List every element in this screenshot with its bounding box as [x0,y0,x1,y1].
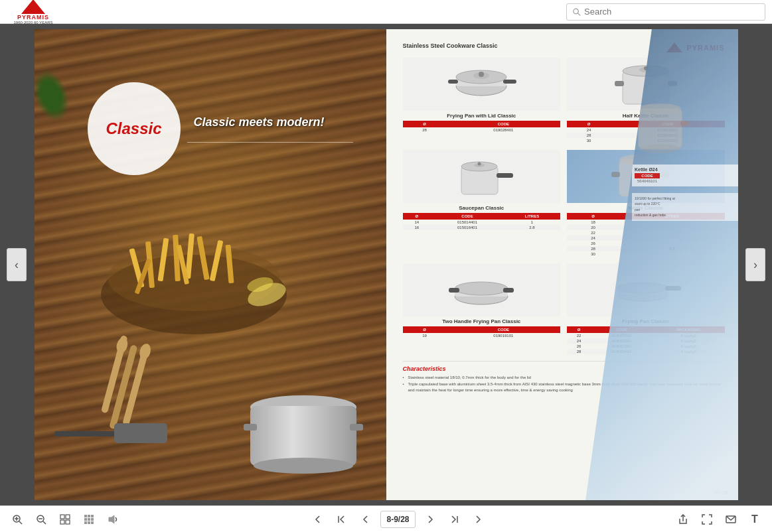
svg-rect-82 [88,521,90,524]
product-frying-pan-lid: Frying Pan with Lid Classic ØCODE 280190… [403,58,561,143]
svg-rect-71 [60,515,64,519]
mail-button[interactable] [722,510,740,529]
pot [240,387,366,480]
page-forward-button[interactable] [421,510,439,529]
page-indicator: 8-9/28 [380,511,415,528]
pages-container: Classic Classic meets modern! [35,24,738,505]
svg-rect-59 [639,109,682,149]
product-saucepan: Saucepan Classic ØCODELITRES 14015014401… [403,150,561,257]
svg-rect-45 [497,173,513,178]
decorative-line [187,142,353,143]
svg-line-65 [19,521,22,524]
fullscreen-button[interactable] [698,510,716,529]
search-icon [572,7,581,17]
main-content: ‹ Classic Classic meets modern! [0,24,772,505]
svg-rect-80 [91,518,94,521]
search-input[interactable] [584,7,759,17]
svg-rect-75 [84,515,87,517]
svg-rect-83 [91,521,94,524]
fries-image [81,162,307,348]
page-left: Classic Classic meets modern! [35,29,386,500]
svg-rect-22 [114,423,167,443]
text-button[interactable]: T [745,510,764,529]
search-area[interactable] [566,3,765,21]
classic-tagline: Classic meets modern! [194,115,325,129]
frying-pan-lid-table: ØCODE 28019028401 [403,121,561,133]
svg-point-0 [574,9,578,13]
thumbnails-button[interactable] [80,510,98,529]
svg-rect-77 [91,515,94,517]
go-prev-button[interactable] [309,510,327,529]
svg-rect-79 [88,518,90,521]
toolbar-right-group: T [674,510,764,529]
svg-rect-48 [611,172,620,177]
next-page-button[interactable]: › [745,248,765,281]
svg-rect-27 [350,424,363,431]
prev-page-button[interactable]: ‹ [7,248,27,281]
logo-area: PYRAMIS 1960-2020 60 YEARS [0,2,60,22]
page-back-button[interactable] [356,510,375,529]
saucepan-table: ØCODELITRES 140150144011 160150164012.8 [403,213,561,230]
sound-button[interactable] [104,510,122,529]
svg-point-52 [455,282,508,295]
zoom-in-button[interactable] [8,510,27,529]
share-button[interactable] [674,510,692,529]
svg-point-32 [479,72,484,77]
classic-title: Classic [106,119,161,138]
svg-rect-53 [503,288,514,293]
product-two-handle-pan: Two Handle Frying Pan Classic ØCODE 1901… [403,263,561,354]
pan-handle [54,418,174,460]
svg-marker-84 [109,515,114,523]
zoom-out-button[interactable] [32,510,50,529]
classic-circle: Classic [88,82,181,175]
svg-rect-72 [66,515,70,519]
go-next-button[interactable] [469,510,487,529]
go-first-button[interactable] [333,510,351,529]
svg-rect-76 [88,515,90,517]
toolbar-left-group [8,510,122,529]
page-subtitle: Stainless Steel Cookware Classic [403,42,498,49]
svg-rect-81 [84,521,87,524]
svg-rect-74 [66,520,70,524]
svg-rect-62 [680,121,688,126]
svg-rect-78 [84,518,87,521]
svg-rect-24 [250,406,356,466]
toolbar-center-group: 8-9/28 [309,510,487,529]
svg-rect-34 [448,80,458,84]
svg-rect-26 [244,424,257,431]
svg-line-1 [578,13,580,15]
svg-rect-39 [615,81,624,86]
topbar: PYRAMIS 1960-2020 60 YEARS [0,0,772,24]
svg-point-44 [478,163,481,166]
toolbar: 8-9/28 T [0,505,772,532]
svg-point-25 [254,458,353,474]
svg-line-69 [43,521,46,524]
svg-point-20 [137,342,152,360]
logo: PYRAMIS 1960-2020 60 YEARS [7,2,60,22]
svg-rect-33 [503,80,516,84]
svg-rect-21 [54,431,121,436]
svg-rect-73 [60,520,64,524]
svg-rect-54 [449,288,459,293]
two-handle-pan-table: ØCODE 19019019101 [403,326,561,338]
go-last-button[interactable] [445,510,463,529]
page-right: Stainless Steel Cookware Classic PYRAMIS [386,29,738,500]
grid-view-button[interactable] [56,510,74,529]
